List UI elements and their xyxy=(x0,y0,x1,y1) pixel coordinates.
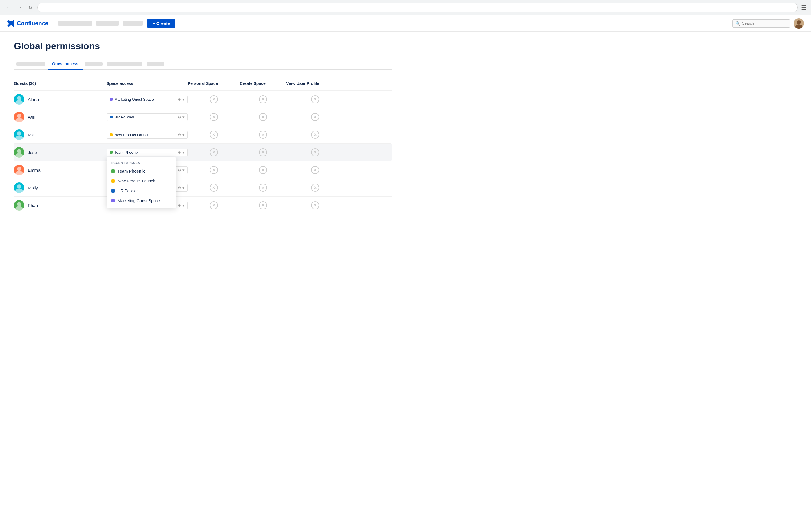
space-dot xyxy=(110,116,113,119)
dropdown-item-label: Marketing Guest Space xyxy=(118,198,160,203)
user-name: Emma xyxy=(28,168,40,172)
chevron-down-icon[interactable]: ▾ xyxy=(183,133,184,137)
chevron-down-icon[interactable]: ▾ xyxy=(183,97,184,102)
perm-denied-icon: ✕ xyxy=(259,166,267,174)
space-color-swatch xyxy=(111,189,115,193)
user-name: Molly xyxy=(28,185,38,190)
settings-icon[interactable]: ⚙ xyxy=(178,150,181,155)
tab-placeholder-1[interactable] xyxy=(16,62,45,66)
chevron-down-icon[interactable]: ▾ xyxy=(183,168,184,172)
space-badge-controls: ⚙ ▾ xyxy=(178,97,184,102)
perm-denied-icon: ✕ xyxy=(259,148,267,156)
dropdown-item[interactable]: HR Policies xyxy=(107,186,176,196)
user-avatar-svg xyxy=(14,130,24,140)
settings-icon[interactable]: ⚙ xyxy=(178,203,181,208)
tab-placeholder-3[interactable] xyxy=(107,62,142,66)
tab-placeholder-4[interactable] xyxy=(147,62,164,66)
space-name: New Product Launch xyxy=(114,133,176,137)
perm-denied-icon: ✕ xyxy=(210,113,218,121)
chevron-down-icon[interactable]: ▾ xyxy=(183,186,184,190)
perm-cell: ✕ xyxy=(240,131,286,139)
settings-icon[interactable]: ⚙ xyxy=(178,97,181,102)
space-dot xyxy=(110,151,113,154)
tab-placeholder-2[interactable] xyxy=(85,62,103,66)
space-badge[interactable]: Marketing Guest Space ⚙ ▾ xyxy=(107,95,188,103)
user-avatar xyxy=(14,147,24,157)
space-badge-controls: ⚙ ▾ xyxy=(178,186,184,190)
perm-cell: ✕ xyxy=(188,95,240,103)
space-dot xyxy=(110,133,113,136)
table-row: Mia New Product Launch ⚙ ▾ ✕ ✕ ✕ xyxy=(14,126,392,143)
recent-spaces-dropdown: RECENT SPACES Team Phoenix New Product L… xyxy=(107,157,176,208)
perm-cell: ✕ xyxy=(286,131,344,139)
perm-cell: ✕ xyxy=(188,201,240,209)
browser-chrome: ← → ↻ ☰ xyxy=(0,0,811,15)
user-cell: Will xyxy=(14,112,107,122)
dropdown-item-label: Team Phoenix xyxy=(118,169,145,173)
tabs: Guest access xyxy=(14,59,392,70)
nav-pill-1[interactable] xyxy=(58,21,92,26)
chevron-down-icon[interactable]: ▾ xyxy=(183,150,184,155)
settings-icon[interactable]: ⚙ xyxy=(178,168,181,172)
nav-placeholder xyxy=(58,21,143,26)
browser-menu-icon[interactable]: ☰ xyxy=(801,4,806,11)
chevron-down-icon[interactable]: ▾ xyxy=(183,203,184,208)
user-name: Mia xyxy=(28,132,35,137)
user-avatar xyxy=(14,94,24,105)
user-avatar xyxy=(14,130,24,140)
user-avatar xyxy=(14,112,24,122)
confluence-logo-icon xyxy=(7,20,14,27)
table-row: Molly HR Policies ⚙ ▾ ✕ ✕ ✕ xyxy=(14,179,392,196)
user-name: Will xyxy=(28,115,35,120)
dropdown-item[interactable]: Team Phoenix xyxy=(107,166,176,176)
perm-cell: ✕ xyxy=(240,201,286,209)
address-bar[interactable] xyxy=(37,3,798,12)
user-avatar-svg xyxy=(14,200,24,211)
perm-denied-icon: ✕ xyxy=(311,131,319,139)
user-name: Jose xyxy=(28,150,37,155)
col-guests: Guests (36) xyxy=(14,81,107,86)
space-dot xyxy=(110,98,113,101)
settings-icon[interactable]: ⚙ xyxy=(178,133,181,137)
back-button[interactable]: ← xyxy=(5,4,13,11)
settings-icon[interactable]: ⚙ xyxy=(178,115,181,119)
tab-guest-access[interactable]: Guest access xyxy=(47,59,83,70)
confluence-logo[interactable]: Confluence xyxy=(7,20,48,27)
reload-button[interactable]: ↻ xyxy=(27,4,34,12)
perm-cell: ✕ xyxy=(188,184,240,192)
space-access-cell: Marketing Guest Space ⚙ ▾ xyxy=(107,95,188,103)
col-space-access: Space access xyxy=(107,81,188,86)
perm-denied-icon: ✕ xyxy=(210,166,218,174)
forward-button[interactable]: → xyxy=(16,4,24,11)
settings-icon[interactable]: ⚙ xyxy=(178,186,181,190)
search-input[interactable] xyxy=(742,21,787,26)
user-avatar-svg xyxy=(14,94,24,105)
nav-pill-2[interactable] xyxy=(96,21,119,26)
dropdown-item-label: New Product Launch xyxy=(118,179,155,183)
search-bar[interactable]: 🔍 xyxy=(732,19,790,28)
user-avatar xyxy=(14,165,24,175)
svg-point-11 xyxy=(17,132,21,136)
space-badge-controls: ⚙ ▾ xyxy=(178,115,184,119)
dropdown-item[interactable]: Marketing Guest Space xyxy=(107,196,176,206)
perm-cell: ✕ xyxy=(188,148,240,156)
user-cell: Mia xyxy=(14,130,107,140)
dropdown-item-label: HR Policies xyxy=(118,188,138,193)
col-create-space: Create Space xyxy=(240,81,286,86)
chevron-down-icon[interactable]: ▾ xyxy=(183,115,184,119)
user-avatar-svg xyxy=(14,165,24,175)
space-color-swatch xyxy=(111,169,115,173)
space-badge[interactable]: New Product Launch ⚙ ▾ xyxy=(107,131,188,139)
perm-cell: ✕ xyxy=(286,166,344,174)
space-badge[interactable]: Team Phoenix ⚙ ▾ xyxy=(107,149,188,156)
space-access-cell: HR Policies ⚙ ▾ xyxy=(107,113,188,121)
nav-pill-3[interactable] xyxy=(123,21,143,26)
create-button[interactable]: + Create xyxy=(148,18,175,28)
dropdown-item[interactable]: New Product Launch xyxy=(107,176,176,186)
user-avatar[interactable] xyxy=(794,18,804,29)
perm-denied-icon: ✕ xyxy=(311,201,319,209)
perm-denied-icon: ✕ xyxy=(259,201,267,209)
svg-point-14 xyxy=(17,149,21,153)
perm-cell: ✕ xyxy=(286,201,344,209)
space-badge[interactable]: HR Policies ⚙ ▾ xyxy=(107,113,188,121)
